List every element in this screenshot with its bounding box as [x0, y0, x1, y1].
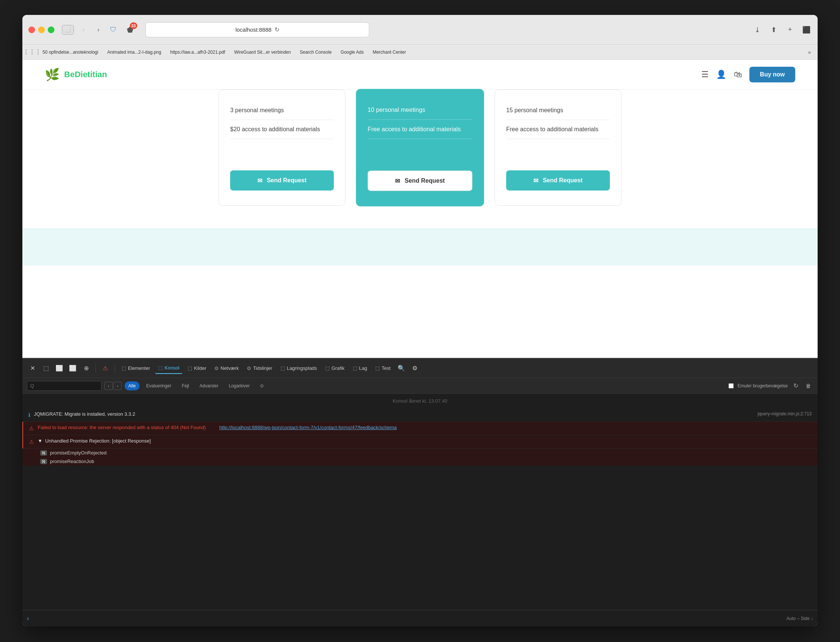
auto-side-label: Auto – Side ↓ [786, 616, 813, 621]
network-tab-icon: ⊙ [214, 365, 219, 371]
console-input[interactable] [32, 616, 783, 621]
devtools-settings-button[interactable]: ⚙ [409, 363, 420, 374]
card-body-basic: 3 personal meetings $20 access to additi… [219, 90, 345, 206]
filter-prev-button[interactable]: ‹ [104, 382, 113, 390]
tab-tidslinjer[interactable]: ⊙ Tidslinjer [244, 363, 275, 374]
console-search-input[interactable] [27, 381, 101, 391]
envelope-icon: ✉ [257, 177, 262, 184]
bookmark-item[interactable]: Animated ima...2-I-dag.png [103, 47, 165, 57]
user-icon[interactable]: 👤 [716, 70, 726, 79]
filter-next-button[interactable]: › [114, 382, 122, 390]
devtools-panel: ✕ ⬚ ⬜ ⬜ ⊕ ⚠ ⬚ Elementer ⬚ Konsol [23, 358, 817, 626]
maximize-button[interactable] [48, 26, 54, 33]
filter-logarkiver[interactable]: Logarkiver [225, 381, 253, 390]
card-body-premium: 10 personal meetings Free access to addi… [356, 89, 483, 206]
sidebar-toggle-button[interactable]: ⬜ [62, 25, 74, 35]
devtools-undock-button[interactable]: ⬚ [40, 363, 52, 374]
devtools-panel2-button[interactable]: ⬜ [54, 363, 65, 374]
meetings-feature: 3 personal meetings [230, 101, 334, 120]
refresh-icon[interactable]: ↻ [275, 26, 279, 33]
filter-more[interactable]: ⊙ [256, 381, 267, 390]
back-button[interactable]: ‹ [78, 24, 89, 35]
elements-tab-icon: ⬚ [122, 365, 126, 371]
buy-now-button[interactable]: Buy now [749, 67, 795, 83]
bookmark-item[interactable]: Search Console [296, 47, 335, 57]
browser-content: 🌿 BeDietitian ☰ 👤 🛍 Buy now 3 pe [23, 60, 817, 626]
cart-icon[interactable]: 🛍 [734, 70, 742, 79]
meetings-feature-premium: 10 personal meetings [368, 101, 473, 120]
logo-area: 🌿 BeDietitian [45, 68, 107, 82]
title-bar: ⬜ ‹ › 🛡 ⬟ 33 localhost:8888 ↻ ⤓ ⬆ + ⬛ [23, 15, 817, 45]
minimize-button[interactable] [38, 26, 45, 33]
tab-test[interactable]: ⬚ Test [372, 363, 393, 374]
console-prompt: › [27, 615, 29, 622]
download-icon[interactable]: ⤓ [752, 24, 762, 35]
pricing-card-basic: 3 personal meetings $20 access to additi… [219, 89, 345, 206]
expand-promise-icon[interactable]: ▼ [38, 438, 42, 444]
light-blue-section [23, 228, 817, 266]
devtools-panel3-button[interactable]: ⬜ [67, 363, 78, 374]
bookmark-item[interactable]: Merchant Center [369, 47, 409, 57]
devtools-crosshair-button[interactable]: ⊕ [81, 363, 92, 374]
trash-button[interactable]: 🗑 [803, 381, 813, 391]
envelope-icon: ✉ [395, 177, 400, 184]
send-request-button-enterprise[interactable]: ✉ Send Request [506, 170, 610, 191]
layers-button[interactable]: ⬟ 33 [123, 23, 136, 37]
tab-grafik[interactable]: ⬚ Grafik [322, 363, 348, 374]
tab-lag[interactable]: ⬚ Lag [350, 363, 370, 374]
url-bar[interactable]: localhost:8888 ↻ [145, 23, 369, 37]
apps-icon[interactable]: ⋮⋮⋮ [27, 47, 37, 57]
card-body-enterprise: 15 personal meetings Free access to addi… [495, 90, 621, 206]
windows-icon[interactable]: ⬛ [801, 24, 812, 35]
forward-button[interactable]: › [93, 24, 104, 35]
console-message-promise: ⚠ ▼ Unhandled Promise Rejection: [object… [23, 435, 817, 449]
share-icon[interactable]: ⬆ [769, 24, 779, 35]
bookmarks-more-icon[interactable]: » [806, 49, 813, 55]
emulate-label: Emuler brugerbevægelse [728, 383, 788, 389]
new-tab-icon[interactable]: + [785, 24, 795, 35]
filter-advarsler[interactable]: Advarsler [196, 381, 222, 390]
meetings-feature-enterprise: 15 personal meetings [506, 101, 610, 120]
console-message-jqmigrate: ℹ JQMIGRATE: Migrate is installed, versi… [23, 408, 817, 422]
bookmarks-bar: ⋮⋮⋮ 50 opfindelse...anoteknologi Animate… [23, 45, 817, 60]
error-404-link[interactable]: http://localhost:8888/wp-json/contact-fo… [219, 425, 396, 430]
bookmark-item[interactable]: 50 opfindelse...anoteknologi [39, 47, 102, 57]
console-filter-bar: ‹ › Alle Evalueringer Fejl Advarsler Log… [23, 378, 817, 394]
sources-tab-icon: ⬚ [188, 365, 192, 371]
logo-icon: 🌿 [45, 68, 60, 82]
shield-icon: 🛡 [108, 24, 119, 35]
pricing-card-enterprise: 15 personal meetings Free access to addi… [495, 89, 621, 206]
emulate-checkbox[interactable] [728, 383, 734, 389]
devtools-close-button[interactable]: ✕ [27, 363, 38, 374]
devtools-error-icon[interactable]: ⚠ [99, 363, 111, 374]
filter-nav: ‹ › [104, 382, 122, 390]
tab-elementer[interactable]: ⬚ Elementer [119, 363, 153, 374]
tab-lagringsplads[interactable]: ⬚ Lagringsplads [278, 363, 320, 374]
bookmark-item[interactable]: https://law.a...afh3-2021.pdf [166, 47, 229, 57]
devtools-search-button[interactable]: 🔍 [396, 363, 407, 374]
tab-netvaerk[interactable]: ⊙ Netværk [211, 363, 242, 374]
hamburger-icon[interactable]: ☰ [701, 70, 709, 79]
refresh-console-button[interactable]: ↻ [791, 381, 801, 391]
console-timestamp: Konsol åbnet kl. 13.07.40 [23, 394, 817, 408]
filter-fejl[interactable]: Fejl [178, 381, 192, 390]
filter-evalueringer[interactable]: Evalueringer [143, 381, 175, 390]
devtools-content: ✕ ⬚ ⬜ ⬜ ⊕ ⚠ ⬚ Elementer ⬚ Konsol [23, 359, 817, 626]
close-button[interactable] [28, 26, 35, 33]
traffic-lights [28, 26, 54, 33]
filter-alle[interactable]: Alle [125, 381, 140, 390]
tab-konsol[interactable]: ⬚ Konsol [155, 363, 182, 374]
bookmark-item[interactable]: WireGuard Sit...er verbinden [231, 47, 295, 57]
devtools-toolbar: ✕ ⬚ ⬜ ⬜ ⊕ ⚠ ⬚ Elementer ⬚ Konsol [23, 359, 817, 378]
send-request-button-premium[interactable]: ✉ Send Request [368, 171, 473, 191]
site-navbar: 🌿 BeDietitian ☰ 👤 🛍 Buy now [23, 60, 817, 89]
storage-tab-icon: ⬚ [281, 365, 285, 371]
bookmark-item[interactable]: Google Ads [337, 47, 367, 57]
pricing-section: 3 personal meetings $20 access to additi… [23, 89, 817, 228]
graphics-tab-icon: ⬚ [325, 365, 330, 371]
materials-feature-enterprise: Free access to additional materials [506, 120, 610, 139]
send-request-button-basic[interactable]: ✉ Send Request [230, 170, 334, 191]
tab-kilder[interactable]: ⬚ Kilder [185, 363, 209, 374]
jqmigrate-source[interactable]: jquery-migrate.min.js:2:713 [757, 410, 812, 417]
envelope-icon: ✉ [533, 177, 538, 184]
